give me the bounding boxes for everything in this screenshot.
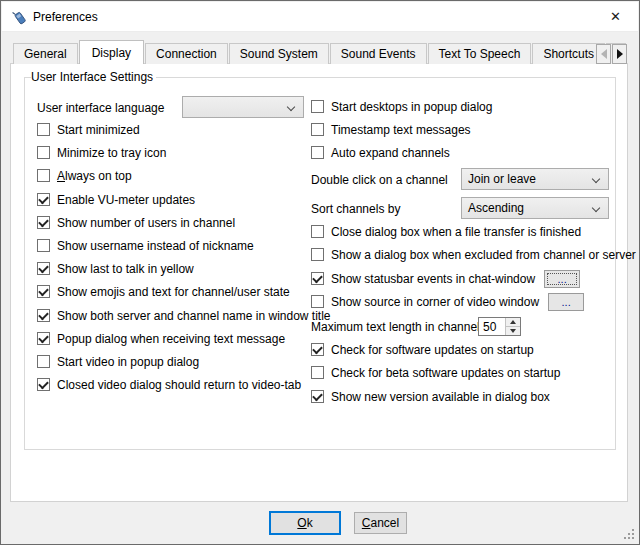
- tab-shortcuts[interactable]: Shortcuts: [532, 43, 605, 64]
- checkbox[interactable]: [311, 225, 324, 238]
- spin-value: 50: [483, 320, 496, 334]
- checkbox[interactable]: [37, 169, 50, 182]
- checkbox[interactable]: [311, 248, 324, 261]
- checkbox[interactable]: [311, 366, 324, 379]
- checkbox-label: Start desktops in popup dialog: [331, 100, 492, 114]
- max-text-length-label: Maximum text length in channel list: [311, 320, 498, 334]
- tab-connection[interactable]: Connection: [145, 43, 228, 64]
- checkbox-row: Show source in corner of video window...: [311, 293, 584, 310]
- spin-up-icon: [510, 320, 516, 324]
- checkbox-row: Always on top: [37, 167, 132, 184]
- checkbox[interactable]: [311, 390, 324, 403]
- spin-up-button[interactable]: [506, 318, 520, 326]
- sort-channels-combobox[interactable]: Ascending: [461, 197, 609, 219]
- checkbox[interactable]: [37, 146, 50, 159]
- checkbox[interactable]: [311, 100, 324, 113]
- close-button[interactable]: ✕: [593, 2, 638, 31]
- spin-down-button[interactable]: [506, 326, 520, 334]
- checkbox-row: Show emojis and text for channel/user st…: [37, 283, 290, 300]
- window-title: Preferences: [33, 10, 98, 24]
- double-click-combobox[interactable]: Join or leave: [461, 168, 609, 190]
- spin-buttons: [505, 318, 520, 335]
- checkbox-row: Show number of users in channel: [37, 214, 235, 231]
- sort-channels-value: Ascending: [468, 201, 524, 215]
- checkbox-label: Check for beta software updates on start…: [331, 366, 560, 380]
- chevron-down-icon: [592, 175, 600, 183]
- checkbox-label: Show emojis and text for channel/user st…: [57, 285, 290, 299]
- checkbox-row: Show last to talk in yellow: [37, 260, 194, 277]
- checkbox[interactable]: [37, 262, 50, 275]
- checkbox-row: Start minimized: [37, 121, 140, 138]
- checkbox-label: Show statusbar events in chat-window: [331, 272, 535, 286]
- checkbox-label: Closed video dialog should return to vid…: [57, 378, 301, 392]
- checkbox[interactable]: [37, 239, 50, 252]
- language-combobox[interactable]: [182, 96, 304, 118]
- app-icon: [11, 9, 28, 26]
- checkbox[interactable]: [311, 123, 324, 136]
- checkbox[interactable]: [311, 272, 324, 285]
- cancel-button[interactable]: Cancel: [354, 512, 407, 534]
- checkbox-label: Show number of users in channel: [57, 216, 235, 230]
- checkbox-row: Popup dialog when receiving text message: [37, 330, 285, 347]
- ellipsis-button[interactable]: ...: [548, 293, 584, 311]
- chevron-down-icon: [287, 103, 295, 111]
- checkbox-label: Show username instead of nickname: [57, 239, 254, 253]
- resize-grip-icon[interactable]: [622, 527, 634, 539]
- checkbox-label: Show a dialog box when excluded from cha…: [331, 248, 636, 262]
- checkbox-label: Start video in popup dialog: [57, 355, 199, 369]
- checkbox-row: Show username instead of nickname: [37, 237, 254, 254]
- tab-bar: GeneralDisplayConnectionSound SystemSoun…: [13, 39, 626, 64]
- checkbox-row: Enable VU-meter updates: [37, 191, 195, 208]
- tab-scroll-left-button[interactable]: [596, 44, 611, 64]
- checkbox-row: Start desktops in popup dialog: [311, 98, 492, 115]
- checkbox-row: Minimize to tray icon: [37, 144, 166, 161]
- checkbox-label: Show new version available in dialog box: [331, 390, 550, 404]
- checkbox-label: Close dialog box when a file transfer is…: [331, 225, 581, 239]
- tab-general[interactable]: General: [13, 43, 78, 64]
- tab-text-to-speech[interactable]: Text To Speech: [428, 43, 532, 64]
- arrow-left-icon: [601, 49, 607, 59]
- checkbox[interactable]: [311, 295, 324, 308]
- checkbox-label: Show source in corner of video window: [331, 295, 539, 309]
- checkbox-label: Timestamp text messages: [331, 123, 471, 137]
- checkbox-row: Show both server and channel name in win…: [37, 307, 331, 324]
- checkbox-label: Enable VU-meter updates: [57, 193, 195, 207]
- checkbox[interactable]: [37, 123, 50, 136]
- checkbox-label: Always on top: [57, 169, 132, 183]
- ok-button[interactable]: Ok: [269, 511, 341, 535]
- checkbox[interactable]: [37, 309, 50, 322]
- group-title: User Interface Settings: [31, 70, 156, 84]
- tab-scroll-right-button[interactable]: [612, 44, 627, 64]
- checkbox[interactable]: [37, 378, 50, 391]
- ellipsis-button[interactable]: ...: [544, 270, 580, 288]
- chevron-down-icon: [592, 204, 600, 212]
- double-click-label: Double click on a channel: [311, 173, 448, 187]
- checkbox[interactable]: [37, 332, 50, 345]
- checkbox[interactable]: [37, 216, 50, 229]
- max-text-length-spinbox[interactable]: 50: [478, 317, 521, 336]
- checkbox-row: Timestamp text messages: [311, 121, 471, 138]
- checkbox-row: Start video in popup dialog: [37, 353, 199, 370]
- checkbox-label: Start minimized: [57, 123, 140, 137]
- checkbox[interactable]: [37, 355, 50, 368]
- close-icon: ✕: [610, 9, 621, 24]
- checkbox[interactable]: [37, 285, 50, 298]
- language-label: User interface language: [37, 101, 164, 115]
- checkbox-label: Show last to talk in yellow: [57, 262, 194, 276]
- sort-channels-label: Sort channels by: [311, 202, 400, 216]
- checkbox-row: Check for software updates on startup: [311, 341, 534, 358]
- checkbox[interactable]: [311, 343, 324, 356]
- checkbox-label: Auto expand channels: [331, 146, 450, 160]
- checkbox-row: Auto expand channels: [311, 144, 450, 161]
- preferences-dialog: Preferences ✕ GeneralDisplayConnectionSo…: [0, 0, 640, 545]
- tab-display[interactable]: Display: [79, 40, 144, 64]
- tab-sound-events[interactable]: Sound Events: [330, 43, 427, 64]
- checkbox-row: Show a dialog box when excluded from cha…: [311, 246, 636, 263]
- checkbox[interactable]: [37, 193, 50, 206]
- checkbox-label: Minimize to tray icon: [57, 146, 166, 160]
- checkbox-label: Popup dialog when receiving text message: [57, 332, 285, 346]
- tab-sound-system[interactable]: Sound System: [229, 43, 329, 64]
- checkbox-row: Closed video dialog should return to vid…: [37, 376, 301, 393]
- checkbox[interactable]: [311, 146, 324, 159]
- checkbox-row: Show new version available in dialog box: [311, 388, 550, 405]
